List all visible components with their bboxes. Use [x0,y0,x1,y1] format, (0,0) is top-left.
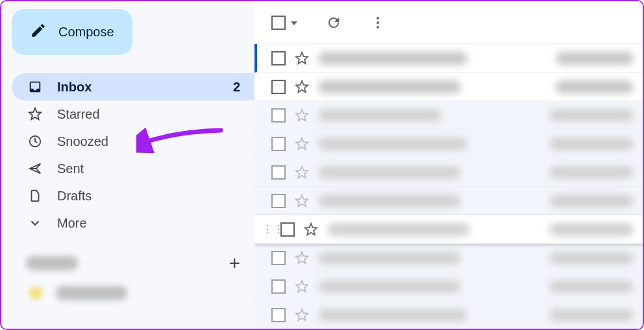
sidebar-item-label: Snoozed [57,134,108,149]
message-subject [549,137,634,150]
star-button[interactable] [304,222,318,237]
sidebar-item-label: Sent [57,161,84,176]
file-icon [27,188,43,204]
message-checkbox[interactable] [271,308,286,322]
sidebar-item-snoozed[interactable]: Snoozed [12,128,254,155]
drag-handle-icon[interactable]: ⋮⋮ [262,223,271,235]
message-checkbox[interactable] [271,194,286,208]
sidebar-item-label: More [57,216,87,231]
message-row[interactable]: ⋮⋮ [254,215,643,244]
message-sender [318,309,467,322]
message-checkbox[interactable] [271,279,286,294]
sidebar-item-label: Starred [57,107,100,122]
sidebar-item-label: Drafts [57,189,92,204]
message-row[interactable] [254,187,643,215]
message-row[interactable] [254,272,643,301]
nav-list: Inbox 2 Starred Snoozed Sent Drafts More [12,73,254,237]
message-subject [549,252,634,265]
sidebar-item-starred[interactable]: Starred [12,100,254,128]
inbox-icon [27,79,43,95]
star-button[interactable] [295,308,309,322]
message-subject [549,194,634,207]
message-checkbox[interactable] [271,80,286,94]
message-sender [318,52,467,65]
star-button[interactable] [295,165,309,180]
message-sender [318,280,461,293]
message-sender [318,137,467,150]
refresh-button[interactable] [326,15,341,30]
message-subject [556,80,634,93]
main-panel: ⋮⋮ [254,1,643,329]
message-list: ⋮⋮ [254,44,643,329]
message-sender [318,194,461,207]
message-row[interactable] [254,244,643,272]
sidebar-item-label: Inbox [57,80,92,95]
message-subject [549,166,634,179]
star-icon [27,106,43,122]
star-button[interactable] [295,137,309,151]
message-row[interactable] [254,158,643,187]
more-menu-button[interactable] [370,15,386,30]
message-sender [318,252,461,265]
compose-label: Compose [58,25,114,40]
label-color-dot [29,286,43,300]
sidebar-item-sent[interactable]: Sent [12,155,254,182]
message-checkbox[interactable] [271,108,286,123]
message-subject [549,309,634,322]
star-button[interactable] [295,279,309,294]
star-button[interactable] [295,251,309,265]
message-row[interactable] [254,44,643,73]
message-subject [556,52,634,65]
message-sender [318,80,461,93]
compose-button[interactable]: Compose [12,9,132,55]
sidebar-item-more[interactable]: More [12,209,254,237]
message-row[interactable] [254,130,643,158]
label-item[interactable] [26,286,240,300]
message-subject [549,109,634,122]
message-checkbox[interactable] [271,251,286,265]
sidebar-item-count: 2 [233,80,240,95]
star-button[interactable] [295,51,309,65]
message-row[interactable] [254,101,643,130]
message-subject [549,280,634,293]
message-checkbox[interactable] [271,165,286,180]
star-button[interactable] [295,80,309,94]
pencil-icon [30,22,47,42]
send-icon [27,161,43,176]
labels-heading [26,256,78,270]
labels-section: + [12,253,254,300]
sidebar-item-inbox[interactable]: Inbox 2 [12,73,254,100]
checkbox-icon [271,16,286,30]
message-checkbox[interactable] [271,51,286,65]
message-checkbox[interactable] [280,222,295,237]
toolbar [254,1,643,44]
message-row[interactable] [254,301,643,329]
star-button[interactable] [295,194,309,208]
chevron-down-icon [291,21,297,25]
message-subject [549,223,634,236]
message-row[interactable] [254,73,643,101]
message-checkbox[interactable] [271,137,286,151]
add-label-button[interactable]: + [229,253,240,273]
clock-icon [27,134,43,149]
select-all-checkbox[interactable] [271,16,297,30]
chevron-down-icon [27,215,43,231]
sidebar-item-drafts[interactable]: Drafts [12,182,254,209]
label-name [56,286,127,300]
message-sender [318,166,461,179]
message-sender [318,109,441,122]
sidebar: Compose Inbox 2 Starred Snoozed Sent Dra… [1,1,254,329]
star-button[interactable] [295,108,309,123]
message-sender [327,223,470,236]
